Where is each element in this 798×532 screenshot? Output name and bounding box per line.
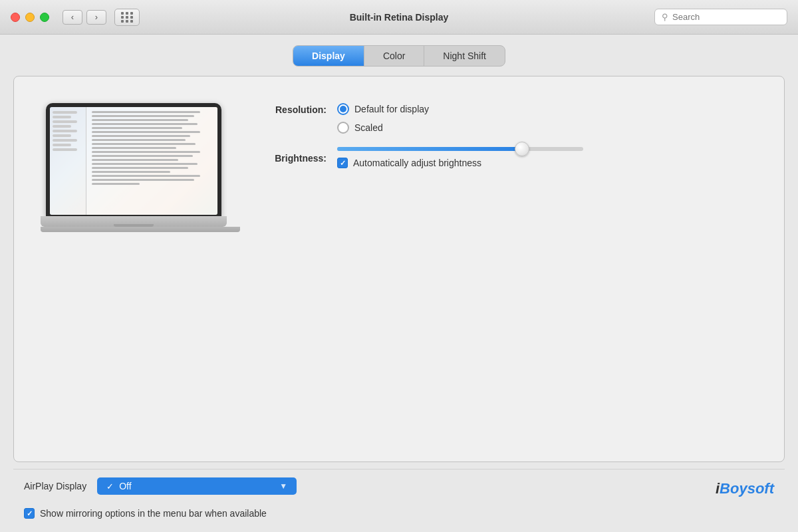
tab-bar: Display Color Night Shift xyxy=(13,45,785,66)
grid-icon xyxy=(121,12,134,23)
radio-default[interactable] xyxy=(337,103,349,115)
tab-display[interactable]: Display xyxy=(293,46,364,66)
airplay-dropdown[interactable]: ✓ Off ▼ xyxy=(97,477,297,495)
brightness-slider-thumb[interactable] xyxy=(515,142,529,156)
doc-lines xyxy=(92,111,212,185)
mirroring-check-icon: ✓ xyxy=(27,510,33,517)
screen-sidebar xyxy=(50,107,86,215)
brightness-slider-fill xyxy=(337,147,522,151)
brightness-row: Brightness: ✓ Automaticall xyxy=(253,147,757,168)
minimize-button[interactable] xyxy=(25,13,35,22)
resolution-default-option[interactable]: Default for display xyxy=(337,103,429,115)
brightness-slider-track[interactable] xyxy=(337,147,583,151)
screen-content xyxy=(50,107,217,215)
panel-body: Resolution: Default for display Scaled xyxy=(27,90,771,239)
search-box[interactable]: ⚲ xyxy=(654,9,787,25)
mirroring-checkbox[interactable]: ✓ xyxy=(24,508,35,519)
airplay-label: AirPlay Display xyxy=(24,481,86,491)
slider-wrapper xyxy=(337,147,583,151)
airplay-value: Off xyxy=(119,481,131,491)
check-icon: ✓ xyxy=(106,481,114,491)
search-icon: ⚲ xyxy=(662,12,668,22)
tabs-container: Display Color Night Shift xyxy=(293,45,505,66)
window-controls xyxy=(11,13,49,22)
slider-container: ✓ Automatically adjust brightness xyxy=(337,147,583,168)
auto-brightness-label: Automatically adjust brightness xyxy=(353,158,481,168)
iboysoft-logo: iBoysoft xyxy=(716,480,774,497)
checkbox-check-icon: ✓ xyxy=(340,160,346,167)
brightness-label: Brightness: xyxy=(253,152,327,164)
radio-default-fill xyxy=(340,106,346,112)
main-content: Display Color Night Shift xyxy=(0,35,798,532)
resolution-radio-group: Default for display Scaled xyxy=(337,103,429,134)
bottom-section: AirPlay Display ✓ Off ▼ iBoysoft ✓ Show … xyxy=(13,469,785,521)
close-button[interactable] xyxy=(11,13,20,22)
laptop-screen-outer xyxy=(46,103,221,216)
radio-scaled[interactable] xyxy=(337,122,349,134)
laptop-base xyxy=(41,216,227,227)
tab-color[interactable]: Color xyxy=(364,46,424,66)
chevron-down-icon: ▼ xyxy=(279,481,287,491)
resolution-label: Resolution: xyxy=(253,103,327,115)
laptop-illustration xyxy=(41,96,227,232)
back-button[interactable]: ‹ xyxy=(63,10,82,25)
titlebar: ‹ › Built-in Retina Display ⚲ xyxy=(0,0,798,35)
resolution-row: Resolution: Default for display Scaled xyxy=(253,103,757,134)
laptop-screen-inner xyxy=(50,107,217,215)
iboysoft-brand: Boysoft xyxy=(720,480,774,497)
auto-brightness-row[interactable]: ✓ Automatically adjust brightness xyxy=(337,158,583,168)
laptop-foot xyxy=(41,227,240,232)
settings-controls: Resolution: Default for display Scaled xyxy=(253,96,757,232)
forward-button[interactable]: › xyxy=(86,10,106,25)
nav-buttons: ‹ › xyxy=(63,10,106,25)
search-input[interactable] xyxy=(672,12,780,22)
mirroring-label: Show mirroring options in the menu bar w… xyxy=(40,508,267,519)
mirroring-row[interactable]: ✓ Show mirroring options in the menu bar… xyxy=(13,503,785,521)
auto-brightness-checkbox[interactable]: ✓ xyxy=(337,158,348,168)
tab-night-shift[interactable]: Night Shift xyxy=(424,46,505,66)
airplay-bar: AirPlay Display ✓ Off ▼ iBoysoft xyxy=(13,469,785,503)
window-title: Built-in Retina Display xyxy=(350,12,449,23)
screen-main xyxy=(86,107,217,215)
radio-scaled-label: Scaled xyxy=(354,122,383,133)
app-grid-button[interactable] xyxy=(114,9,140,26)
laptop-wrapper xyxy=(41,103,227,232)
maximize-button[interactable] xyxy=(40,13,49,22)
settings-panel: Resolution: Default for display Scaled xyxy=(13,76,785,462)
resolution-scaled-option[interactable]: Scaled xyxy=(337,122,429,134)
radio-default-label: Default for display xyxy=(354,104,429,114)
